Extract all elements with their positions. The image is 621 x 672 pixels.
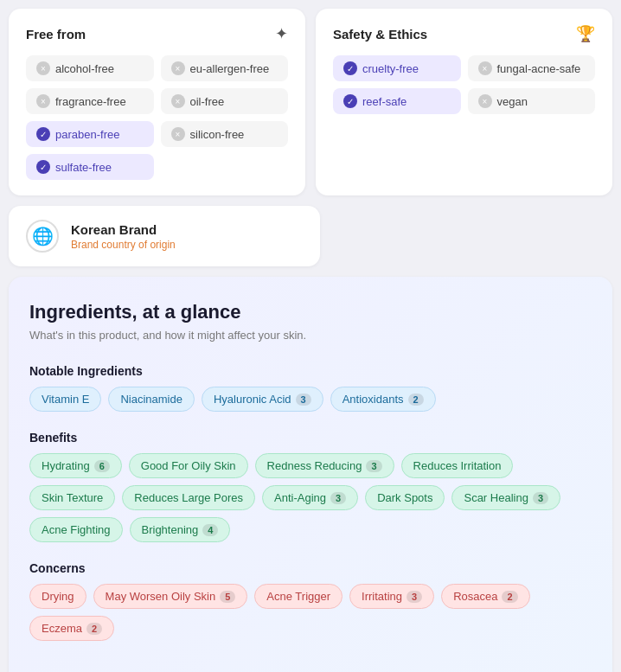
free-from-icon: ✦ [275,24,288,43]
safety-tags: ✓cruelty-free×fungal-acne-safe✓reef-safe… [333,55,595,114]
x-icon: × [36,61,50,75]
free-from-card: Free from ✦ ×alcohol-free×eu-allergen-fr… [9,9,305,195]
pill-count: 3 [533,492,548,504]
pill-count: 2 [86,623,102,635]
pill-label: Anti-Aging [274,491,326,504]
concerns-pills: DryingMay Worsen Oily Skin5Acne TriggerI… [29,584,592,641]
pill-count: 5 [220,591,235,603]
brand-name: Korean Brand [71,222,176,237]
safety-ethics-card: Safety & Ethics 🏆 ✓cruelty-free×fungal-a… [316,9,612,195]
notable-pills: Vitamin ENiacinamideHyaluronic Acid3Anti… [29,387,592,412]
x-icon: × [171,61,185,75]
tag-label: reef-safe [362,95,407,108]
pill-label: Dark Spots [377,491,432,504]
x-icon: × [478,94,492,108]
pill-label: May Worsen Oily Skin [106,590,216,603]
check-icon: ✓ [36,127,50,141]
pill-label: Rosacea [453,590,497,603]
free-from-tag[interactable]: ×silicon-free [161,121,289,147]
x-icon: × [36,94,50,108]
tag-label: paraben-free [55,128,119,141]
safety-tag[interactable]: ✓reef-safe [333,88,461,114]
ingredients-title: Ingredients, at a glance [29,301,592,323]
benefit-pill[interactable]: Anti-Aging3 [262,485,358,510]
tag-label: alcohol-free [55,62,114,75]
safety-icon: 🏆 [576,24,595,43]
pill-label: Hydrating [42,459,90,472]
concerns-label: Concerns [29,561,592,575]
globe-icon: 🌐 [26,220,59,253]
notable-pill[interactable]: Niacinamide [108,387,195,412]
tag-label: sulfate-free [55,161,112,174]
free-from-tag[interactable]: ×oil-free [161,88,289,114]
notable-pill[interactable]: Vitamin E [29,387,101,412]
pill-label: Antioxidants [343,393,404,406]
benefit-pill[interactable]: Brightening4 [130,517,231,542]
concern-pill[interactable]: May Worsen Oily Skin5 [93,584,248,609]
pill-label: Redness Reducing [267,459,362,472]
benefit-pill[interactable]: Acne Fighting [29,517,123,542]
free-from-tag[interactable]: ×eu-allergen-free [161,55,289,81]
pill-label: Niacinamide [120,393,182,406]
benefit-pill[interactable]: Reduces Irritation [401,453,514,478]
concern-pill[interactable]: Acne Trigger [254,584,343,609]
benefit-pill[interactable]: Reduces Large Pores [122,485,255,510]
free-from-tags: ×alcohol-free×eu-allergen-free×fragrance… [26,55,288,180]
benefit-pill[interactable]: Dark Spots [365,485,445,510]
safety-tag[interactable]: ×vegan [468,88,596,114]
tag-label: oil-free [190,95,225,108]
free-from-title: Free from [26,27,86,42]
korean-brand-card: 🌐 Korean Brand Brand country of origin [9,206,320,266]
safety-title: Safety & Ethics [333,27,427,42]
tag-label: fungal-acne-safe [497,62,581,75]
pill-count: 6 [94,460,110,472]
pill-label: Hyaluronic Acid [214,393,291,406]
tag-label: fragrance-free [55,95,126,108]
pill-label: Drying [42,590,74,603]
tag-label: eu-allergen-free [190,62,270,75]
safety-tag[interactable]: ×fungal-acne-safe [468,55,596,81]
korean-brand-text: Korean Brand Brand country of origin [71,222,176,251]
free-from-tag[interactable]: ×fragrance-free [26,88,154,114]
benefit-pill[interactable]: Hydrating6 [29,453,122,478]
pill-count: 3 [407,591,422,603]
pill-label: Reduces Large Pores [134,491,243,504]
benefit-pill[interactable]: Scar Healing3 [451,485,560,510]
tag-label: cruelty-free [362,62,419,75]
free-from-tag[interactable]: ×alcohol-free [26,55,154,81]
x-icon: × [478,61,492,75]
benefit-pill[interactable]: Good For Oily Skin [129,453,248,478]
free-from-header: Free from ✦ [26,24,288,43]
safety-header: Safety & Ethics 🏆 [333,24,595,43]
ingredients-card: Ingredients, at a glance What's in this … [9,277,612,672]
pill-count: 2 [408,394,424,406]
check-icon: ✓ [343,94,357,108]
pill-label: Good For Oily Skin [141,459,236,472]
notable-pill[interactable]: Hyaluronic Acid3 [202,387,323,412]
tag-label: vegan [497,95,528,108]
concern-pill[interactable]: Drying [29,584,86,609]
pill-count: 3 [296,394,311,406]
pill-label: Reduces Irritation [413,459,502,472]
notable-pill[interactable]: Antioxidants2 [330,387,436,412]
safety-tag[interactable]: ✓cruelty-free [333,55,461,81]
benefits-label: Benefits [29,431,592,445]
pill-label: Scar Healing [464,491,528,504]
pill-label: Acne Trigger [266,590,330,603]
pill-count: 3 [330,492,346,504]
benefit-pill[interactable]: Redness Reducing3 [255,453,394,478]
concern-pill[interactable]: Eczema2 [29,616,114,641]
ingredients-subtitle: What's in this product, and how it might… [29,329,592,342]
free-from-tag[interactable]: ✓paraben-free [26,121,154,147]
concern-pill[interactable]: Rosacea2 [441,584,529,609]
concern-pill[interactable]: Irritating3 [349,584,434,609]
brand-sub: Brand country of origin [71,239,176,251]
benefit-pill[interactable]: Skin Texture [29,485,115,510]
pill-label: Brightening [142,523,199,536]
benefits-pills: Hydrating6Good For Oily SkinRedness Redu… [29,453,592,542]
check-icon: ✓ [343,61,357,75]
check-icon: ✓ [36,160,50,174]
pill-count: 3 [366,460,381,472]
pill-label: Eczema [42,622,82,635]
free-from-tag[interactable]: ✓sulfate-free [26,154,154,180]
